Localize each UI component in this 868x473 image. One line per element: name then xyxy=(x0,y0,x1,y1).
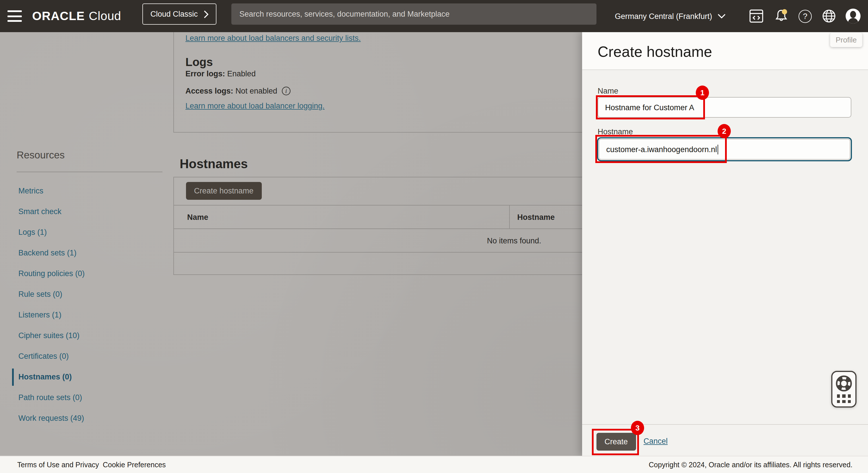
lifebuoy-icon xyxy=(835,374,853,392)
error-logs-value: Enabled xyxy=(227,69,256,78)
sidebar-item-hostnames[interactable]: Hostnames (0) xyxy=(19,373,85,382)
logo-oracle-text: ORACLE xyxy=(32,9,85,23)
cancel-link[interactable]: Cancel xyxy=(644,437,668,445)
sidebar-item-work-requests[interactable]: Work requests (49) xyxy=(19,414,85,423)
name-input-value: Hostname for Customer A xyxy=(605,103,694,112)
copyright-text: Copyright © 2024, Oracle and/or its affi… xyxy=(649,461,852,469)
global-search xyxy=(231,3,596,25)
sidebar-item-rule-sets[interactable]: Rule sets (0) xyxy=(19,290,85,299)
create-hostname-drawer: Create hostname Name Hostname for Custom… xyxy=(582,32,868,456)
cookie-preferences-link[interactable]: Cookie Preferences xyxy=(103,461,166,469)
column-header-name: Name xyxy=(187,213,208,222)
grid-dots-icon xyxy=(837,395,851,403)
error-logs-label: Error logs: xyxy=(185,69,225,78)
drawer-header: Create hostname xyxy=(582,32,868,70)
region-selector[interactable]: Germany Central (Frankfurt) xyxy=(615,0,725,32)
empty-message: No items found. xyxy=(487,236,541,245)
oracle-cloud-logo[interactable]: ORACLE Cloud xyxy=(32,0,121,32)
resources-sidebar: Metrics Smart check Logs (1) Backend set… xyxy=(19,187,85,423)
chevron-right-icon xyxy=(204,10,208,18)
hostname-input-focus-ring: customer-a.iwanhoogendoorn.nl xyxy=(597,137,852,161)
sidebar-item-label: Hostnames (0) xyxy=(19,373,72,381)
top-navigation-bar: ORACLE Cloud Cloud Classic Germany Centr… xyxy=(0,0,868,32)
security-lists-link[interactable]: Learn more about load balancers and secu… xyxy=(185,34,361,42)
selected-indicator xyxy=(12,369,14,386)
text-cursor xyxy=(718,145,718,154)
hostname-input-value: customer-a.iwanhoogendoorn.nl xyxy=(606,145,717,154)
profile-tooltip-label: Profile xyxy=(836,36,857,44)
error-logs-row: Error logs: Enabled xyxy=(185,69,256,78)
sidebar-item-path-route-sets[interactable]: Path route sets (0) xyxy=(19,393,85,402)
help-icon[interactable]: ? xyxy=(799,0,812,32)
access-logs-value: Not enabled xyxy=(236,87,277,95)
hostname-field-label: Hostname xyxy=(598,127,633,136)
drawer-title: Create hostname xyxy=(598,43,712,61)
drawer-footer: Create Cancel xyxy=(582,424,868,456)
oracle-cloud-console: ORACLE Cloud Cloud Classic Germany Centr… xyxy=(0,0,868,473)
sidebar-item-backend-sets[interactable]: Backend sets (1) xyxy=(19,249,85,258)
annotation-badge-1: 1 xyxy=(696,86,709,100)
help-glyph: ? xyxy=(803,11,807,21)
hostnames-section-heading: Hostnames xyxy=(180,157,248,172)
annotation-badge-3: 3 xyxy=(631,421,644,435)
cloud-classic-button[interactable]: Cloud Classic xyxy=(143,3,216,25)
resources-heading: Resources xyxy=(17,149,65,161)
page-footer: Terms of Use and Privacy Cookie Preferen… xyxy=(0,456,868,473)
language-globe-icon[interactable] xyxy=(822,0,836,32)
access-logs-label: Access logs: xyxy=(185,87,234,95)
name-input[interactable]: Hostname for Customer A xyxy=(598,97,851,118)
info-glyph: i xyxy=(285,88,287,94)
profile-tooltip: Profile xyxy=(830,33,862,47)
notifications-bell-icon[interactable] xyxy=(773,0,789,32)
sidebar-item-cipher-suites[interactable]: Cipher suites (10) xyxy=(19,331,85,340)
hostname-input[interactable]: customer-a.iwanhoogendoorn.nl xyxy=(599,139,850,160)
sidebar-item-smart-check[interactable]: Smart check xyxy=(19,207,85,216)
sidebar-item-logs[interactable]: Logs (1) xyxy=(19,228,85,237)
logs-heading: Logs xyxy=(185,56,213,69)
name-field-label: Name xyxy=(598,87,618,95)
logging-link[interactable]: Learn more about load balancer logging. xyxy=(185,102,324,110)
developer-console-icon[interactable] xyxy=(749,0,764,32)
hamburger-menu-icon[interactable] xyxy=(7,9,23,24)
sidebar-item-metrics[interactable]: Metrics xyxy=(19,187,85,196)
create-button[interactable]: Create xyxy=(596,433,636,451)
support-widget-button[interactable] xyxy=(831,371,857,408)
annotation-badge-2: 2 xyxy=(718,124,731,138)
chevron-down-icon xyxy=(717,14,725,19)
profile-avatar[interactable] xyxy=(845,0,861,32)
info-icon[interactable]: i xyxy=(282,87,290,95)
column-header-hostname: Hostname xyxy=(517,213,555,222)
column-divider xyxy=(509,206,510,228)
sidebar-item-listeners[interactable]: Listeners (1) xyxy=(19,311,85,320)
create-hostname-button-dimmed[interactable]: Create hostname xyxy=(186,182,261,200)
search-input[interactable] xyxy=(231,3,596,25)
resources-divider xyxy=(17,171,162,172)
notification-dot xyxy=(782,9,787,14)
sidebar-item-certificates[interactable]: Certificates (0) xyxy=(19,352,85,361)
cloud-classic-label: Cloud Classic xyxy=(150,10,198,19)
terms-link[interactable]: Terms of Use and Privacy xyxy=(17,461,99,469)
region-label: Germany Central (Frankfurt) xyxy=(615,12,712,20)
logo-cloud-text: Cloud xyxy=(89,9,121,23)
access-logs-row: Access logs: Not enabled i xyxy=(185,87,290,95)
sidebar-item-routing-policies[interactable]: Routing policies (0) xyxy=(19,269,85,278)
